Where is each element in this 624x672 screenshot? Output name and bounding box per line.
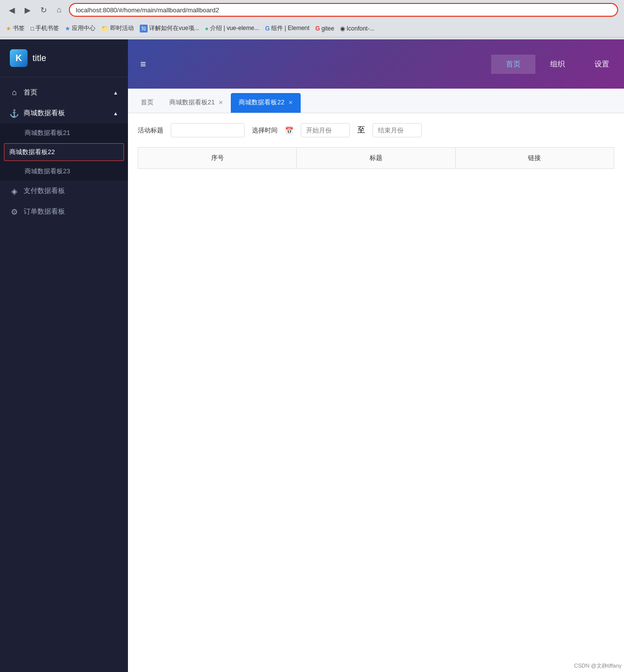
gear-icon: ⚙ bbox=[10, 207, 19, 216]
bookmark-apps[interactable]: ★ 应用中心 bbox=[65, 24, 95, 32]
header-nav-home[interactable]: 首页 bbox=[491, 55, 535, 74]
table-col-id: 序号 bbox=[138, 148, 297, 169]
chevron-up-icon-2: ▲ bbox=[113, 111, 118, 116]
header-nav-settings[interactable]: 设置 bbox=[580, 55, 624, 74]
tab-mallboard21[interactable]: 商城数据看板21 ✕ bbox=[161, 93, 231, 113]
submenu-mallboard: 商城数据看板21 商城数据看板22 商城数据看板23 bbox=[0, 124, 128, 181]
sidebar-logo: K title bbox=[0, 39, 128, 77]
sidebar-item-orderboard[interactable]: ⚙ 订单数据看板 bbox=[0, 201, 128, 222]
tab-mallboard21-label: 商城数据看板21 bbox=[169, 98, 215, 107]
tab-home-label: 首页 bbox=[141, 98, 154, 107]
bookmark-bookmarks[interactable]: ★ 书签 bbox=[6, 24, 25, 32]
bookmark-element[interactable]: G 组件 | Element bbox=[265, 24, 310, 32]
tab-mallboard21-close[interactable]: ✕ bbox=[218, 99, 223, 106]
sidebar-item-orderboard-label: 订单数据看板 bbox=[24, 207, 65, 216]
address-text: localhost:8080/#/home/main/mallboard/mal… bbox=[76, 6, 219, 14]
sidebar-menu: ⌂ 首页 ▲ ⚓ 商城数据看板 ▲ 商城数据看板21 商城数据看板22 商城数据… bbox=[0, 77, 128, 672]
bookmark-activities[interactable]: 📁 即时活动 bbox=[101, 24, 134, 32]
anchor-icon: ⚓ bbox=[10, 109, 19, 118]
browser-chrome: ◀ ▶ ↻ ⌂ localhost:8080/#/home/main/mallb… bbox=[0, 0, 624, 39]
bookmark-gitee[interactable]: G gitee bbox=[315, 25, 334, 32]
calendar-icon: 📅 bbox=[285, 127, 293, 134]
tab-home[interactable]: 首页 bbox=[133, 93, 161, 113]
sidebar-item-payboard-label: 支付数据看板 bbox=[24, 187, 65, 195]
bookmark-vue-element[interactable]: ● 介绍 | vue-eleme... bbox=[205, 24, 259, 32]
sidebar-item-payboard[interactable]: ◈ 支付数据看板 bbox=[0, 181, 128, 201]
data-table: 序号 标题 链接 bbox=[138, 147, 614, 169]
activity-title-input[interactable] bbox=[171, 123, 245, 137]
app-container: K title ⌂ 首页 ▲ ⚓ 商城数据看板 ▲ 商城数据看板21 商城数据看… bbox=[0, 39, 624, 672]
tab-mallboard22-label: 商城数据看板22 bbox=[239, 98, 284, 107]
submenu-item-mallboard23[interactable]: 商城数据看板23 bbox=[0, 162, 128, 181]
nav-home-button[interactable]: ⌂ bbox=[53, 4, 65, 16]
activity-title-label: 活动标题 bbox=[138, 126, 163, 135]
top-header: ≡ 首页 组织 设置 bbox=[128, 39, 624, 89]
bookmark-iconfont[interactable]: ◉ Iconfont-... bbox=[340, 25, 374, 32]
submenu-item-mallboard21[interactable]: 商城数据看板21 bbox=[0, 124, 128, 142]
page-content: 活动标题 选择时间 📅 至 序号 标题 链接 bbox=[128, 113, 624, 672]
bookmark-mobile[interactable]: □ 手机书签 bbox=[31, 24, 59, 32]
header-nav-org[interactable]: 组织 bbox=[535, 55, 580, 74]
nav-refresh-button[interactable]: ↻ bbox=[37, 4, 49, 16]
tab-mallboard22[interactable]: 商城数据看板22 ✕ bbox=[231, 93, 300, 113]
logo-icon: K bbox=[10, 49, 28, 67]
sidebar: K title ⌂ 首页 ▲ ⚓ 商城数据看板 ▲ 商城数据看板21 商城数据看… bbox=[0, 39, 128, 672]
hamburger-button[interactable]: ≡ bbox=[138, 56, 149, 72]
header-left: ≡ bbox=[128, 56, 491, 72]
bookmarks-bar: ★ 书签 □ 手机书签 ★ 应用中心 📁 即时活动 知 详解如何在vue项...… bbox=[0, 20, 624, 37]
tabs-bar: 首页 商城数据看板21 ✕ 商城数据看板22 ✕ bbox=[128, 89, 624, 113]
browser-nav: ◀ ▶ ↻ ⌂ localhost:8080/#/home/main/mallb… bbox=[0, 0, 624, 20]
sidebar-item-mallboard-label: 商城数据看板 bbox=[24, 109, 65, 118]
date-separator: 至 bbox=[357, 125, 365, 135]
logo-text: title bbox=[32, 53, 46, 64]
header-nav: 首页 组织 设置 bbox=[491, 55, 624, 74]
sidebar-item-home-label: 首页 bbox=[24, 88, 37, 97]
filter-row: 活动标题 选择时间 📅 至 bbox=[138, 123, 614, 137]
tab-mallboard22-close[interactable]: ✕ bbox=[288, 99, 293, 106]
sidebar-item-home[interactable]: ⌂ 首页 ▲ bbox=[0, 82, 128, 103]
table-col-title: 标题 bbox=[297, 148, 455, 169]
csdn-watermark: CSDN @文静tiffany bbox=[574, 662, 622, 670]
start-date-input[interactable] bbox=[301, 123, 350, 137]
sidebar-item-mallboard[interactable]: ⚓ 商城数据看板 ▲ bbox=[0, 103, 128, 124]
time-label: 选择时间 bbox=[252, 126, 278, 135]
address-bar[interactable]: localhost:8080/#/home/main/mallboard/mal… bbox=[69, 3, 618, 17]
nav-forward-button[interactable]: ▶ bbox=[22, 4, 33, 16]
diamond-icon: ◈ bbox=[10, 187, 19, 195]
chevron-up-icon: ▲ bbox=[113, 90, 118, 96]
end-date-input[interactable] bbox=[373, 123, 422, 137]
bookmark-vue-guide[interactable]: 知 详解如何在vue项... bbox=[140, 24, 199, 32]
main-content: ≡ 首页 组织 设置 首页 商城数据看板21 ✕ 商城数据看板22 ✕ bbox=[128, 39, 624, 672]
nav-back-button[interactable]: ◀ bbox=[6, 4, 18, 16]
home-icon: ⌂ bbox=[10, 88, 19, 97]
table-col-link: 链接 bbox=[455, 148, 614, 169]
submenu-item-mallboard22[interactable]: 商城数据看板22 bbox=[4, 143, 124, 161]
